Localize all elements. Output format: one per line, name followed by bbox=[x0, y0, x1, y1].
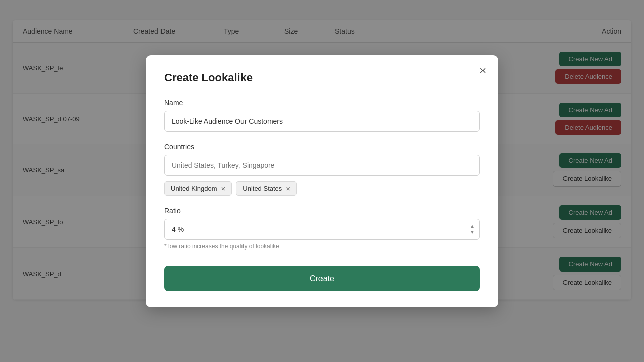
tag-label-uk: United Kingdom bbox=[171, 185, 217, 192]
countries-field-group: Countries United Kingdom × United States… bbox=[164, 143, 480, 196]
remove-tag-uk-button[interactable]: × bbox=[221, 185, 226, 192]
ratio-hint: * low ratio increases the quality of loo… bbox=[164, 243, 480, 250]
name-field-group: Name bbox=[164, 99, 480, 132]
ratio-input[interactable] bbox=[164, 219, 480, 240]
countries-input[interactable] bbox=[164, 155, 480, 176]
ratio-field-group: Ratio ▲ ▼ * low ratio increases the qual… bbox=[164, 207, 480, 250]
tag-label-us: United States bbox=[243, 185, 282, 192]
countries-label: Countries bbox=[164, 143, 480, 151]
ratio-label: Ratio bbox=[164, 207, 480, 215]
modal-overlay[interactable]: × Create Lookalike Name Countries United… bbox=[0, 0, 644, 362]
create-lookalike-modal: × Create Lookalike Name Countries United… bbox=[146, 55, 498, 307]
country-tag-uk: United Kingdom × bbox=[164, 181, 232, 196]
country-tag-us: United States × bbox=[236, 181, 297, 196]
modal-close-button[interactable]: × bbox=[479, 65, 486, 76]
name-label: Name bbox=[164, 99, 480, 107]
create-button[interactable]: Create bbox=[164, 266, 480, 291]
remove-tag-us-button[interactable]: × bbox=[286, 185, 290, 192]
ratio-input-wrapper: ▲ ▼ bbox=[164, 219, 480, 240]
name-input[interactable] bbox=[164, 111, 480, 132]
country-tags: United Kingdom × United States × bbox=[164, 181, 480, 196]
modal-title: Create Lookalike bbox=[164, 71, 480, 84]
